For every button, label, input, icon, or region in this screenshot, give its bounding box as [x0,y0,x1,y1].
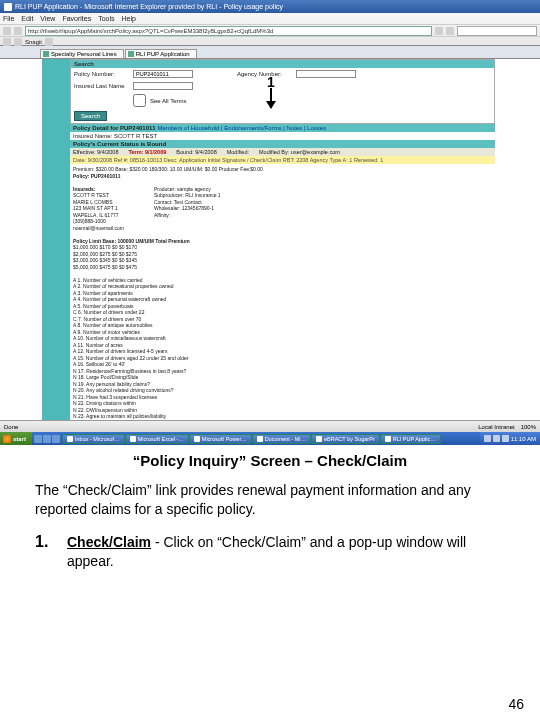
insured-name-input[interactable] [133,82,193,90]
tray-icon[interactable] [493,435,500,442]
ql-icon[interactable] [34,435,42,443]
browser-chrome: RLI PUP Application - Microsoft Internet… [0,0,540,46]
windows-icon [3,435,11,443]
page-number: 46 [508,696,524,712]
insureds-block: Insureds: SCOTT R TEST MARIE L COMBS 123… [73,186,124,232]
system-tray: 11:10 AM [480,432,540,445]
application-info-band: Date: 9/30/2008 Ref #: 08516-10013 Desc:… [70,156,495,164]
clock: 11:10 AM [511,436,536,442]
menu-edit[interactable]: Edit [21,15,33,22]
nav-links[interactable]: Members of Household | Endorsements/Form… [157,125,326,131]
menu-help[interactable]: Help [122,15,136,22]
agency-number-input[interactable] [296,70,356,78]
stop-icon[interactable] [446,27,454,35]
status-header: Policy's Current Status is Bound [70,140,495,148]
address-bar-row [0,24,540,36]
tab-icon [43,51,49,57]
back-icon[interactable] [3,27,11,35]
add-favorite-icon[interactable] [14,38,22,46]
see-all-label: See All Terms [150,98,187,104]
quick-launch [32,435,62,443]
menu-bar: File Edit View Favorites Tools Help [0,13,540,24]
snagit-icon[interactable] [45,38,53,46]
tab-specialty[interactable]: Specialty Personal Lines [40,49,124,58]
tray-icon[interactable] [502,435,509,442]
favorites-icon[interactable] [3,38,11,46]
status-done: Done [4,424,18,430]
ie-icon [4,3,12,11]
ql-icon[interactable] [43,435,51,443]
policy-detail-header: Policy Detail for PUP2401011 Members of … [70,124,495,132]
taskbar-task[interactable]: Microsoft Power… [189,434,252,444]
search-header: Search [71,60,494,68]
questions-block: A 1. Number of vehicles carriedA 2. Numb… [73,277,492,421]
window-title: RLI PUP Application - Microsoft Internet… [15,3,283,10]
taskbar-task[interactable]: RLI PUP Applic… [380,434,441,444]
menu-file[interactable]: File [3,15,14,22]
step-keyword: Check/Claim [67,534,151,550]
refresh-icon[interactable] [435,27,443,35]
start-button[interactable]: start [0,432,32,445]
search-button[interactable]: Search [74,111,107,121]
menu-favorites[interactable]: Favorites [62,15,91,22]
status-zoom: 100% [521,424,536,430]
slide-text-block: “Policy Inquiry” Screen – Check/Claim Th… [35,452,505,571]
browser-status-bar: Done Local Intranet 100% [0,420,540,432]
google-search-box[interactable] [457,26,537,36]
tab-strip: Specialty Personal Lines RLI PUP Applica… [0,46,540,59]
menu-tools[interactable]: Tools [98,15,114,22]
web-page: Search Policy Number: Agency Number: Ins… [42,59,495,420]
policy-number-label: Policy Number: [74,71,129,77]
menu-view[interactable]: View [40,15,55,22]
policy-number-input[interactable] [133,70,193,78]
window-title-bar: RLI PUP Application - Microsoft Internet… [0,0,540,13]
taskbar-task[interactable]: Inbox - Microsof… [62,434,125,444]
see-all-checkbox[interactable] [133,94,146,107]
status-intranet: Local Intranet [478,424,514,430]
address-input[interactable] [25,26,432,36]
step-1: 1. Check/Claim - Click on “Check/Claim” … [35,533,505,571]
taskbar-task[interactable]: eBRACT by SugarPr [311,434,380,444]
insured-name-line: Insured Name: SCOTT R TEST [70,132,495,140]
tray-icon[interactable] [484,435,491,442]
embedded-screenshot: RLI PUP Application - Microsoft Internet… [0,0,540,445]
limit-table: $1,000,000 $170 $0 $0 $170 $2,000,000 $2… [73,244,492,270]
agency-number-label: Agency Number: [237,71,292,77]
forward-icon[interactable] [14,27,22,35]
ql-icon[interactable] [52,435,60,443]
tab-icon [128,51,134,57]
status-fields: Effective: 9/4/2008 Term: 9/1/2009 Bound… [70,148,495,156]
slide-description: The “Check/Claim” link provides renewal … [35,481,505,519]
slide-title: “Policy Inquiry” Screen – Check/Claim [35,452,505,469]
tab-pup-app[interactable]: RLI PUP Application [125,49,197,58]
windows-taskbar: start Inbox - Microsof… Microsoft Excel … [0,432,540,445]
left-sidebar [42,59,70,420]
insured-name-label: Insured Last Name [74,83,129,89]
taskbar-task[interactable]: Document - Mi… [252,434,311,444]
policy-line: Policy: PUP2401011 [73,173,492,180]
producer-block: Producer: sample agency Subproducer: RLI… [154,186,221,232]
toolbar-label: Snagit [25,39,42,45]
taskbar-task[interactable]: Microsoft Excel -… [125,434,189,444]
